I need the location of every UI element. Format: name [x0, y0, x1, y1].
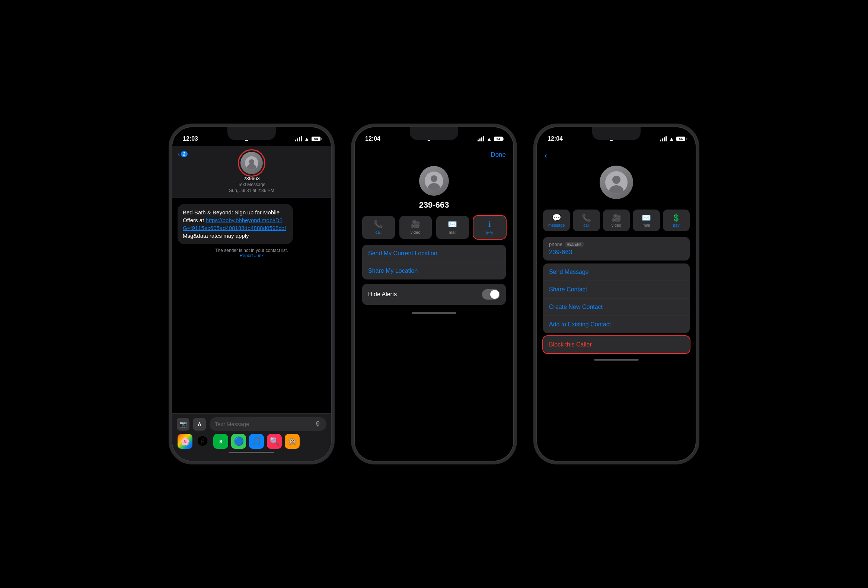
phone-label-row: phone RECENT	[549, 242, 684, 247]
msg-timestamp-1: Sun, Jul 31 at 2:36 PM	[229, 188, 274, 193]
video-button-2[interactable]: 🎥 video	[399, 216, 432, 239]
messages-area: Bed Bath & Beyond: Sign up for Mobile Of…	[172, 198, 331, 413]
recent-badge: RECENT	[565, 242, 584, 247]
time-2: 12:04	[365, 136, 380, 142]
done-button[interactable]: Done	[490, 151, 506, 159]
person-icon-2	[425, 172, 443, 190]
video-icon-3: 🎥	[612, 213, 621, 222]
contact-detail-avatar	[599, 166, 633, 199]
hide-alerts-section: Hide Alerts	[362, 284, 506, 305]
text-input-bar[interactable]: Text Message 🎙	[210, 417, 326, 431]
dock-shazam[interactable]: 🎵	[249, 434, 264, 449]
phone-3: 12:04 ▲ ▲ 54 ‹	[536, 127, 697, 461]
contact-avatar-container[interactable]: 239663	[241, 152, 263, 181]
video-label-2: video	[410, 230, 420, 234]
dock-search[interactable]: 🔍	[267, 434, 282, 449]
person-icon-1	[245, 156, 258, 170]
create-new-contact-btn[interactable]: Create New Contact	[543, 298, 690, 316]
person-icon-3	[605, 171, 627, 193]
call-icon-2: 📞	[374, 220, 383, 228]
dock-appstore[interactable]: 🅐	[195, 434, 210, 449]
location-arrow-3: ▲	[609, 136, 614, 142]
block-caller-btn[interactable]: Block this Caller	[543, 336, 690, 353]
hide-alerts-toggle[interactable]	[482, 289, 500, 299]
location-arrow-2: ▲	[427, 136, 431, 142]
message-btn-3[interactable]: 💬 message	[543, 209, 570, 231]
signal-bars-2	[478, 136, 484, 141]
wifi-icon-2: ▲	[487, 136, 492, 142]
status-icons-2: ▲ 54	[478, 136, 503, 142]
message-bubble: Bed Bath & Beyond: Sign up for Mobile Of…	[177, 204, 293, 244]
phone-1: 12:03 ▲ ▲ 54 ‹ 2	[171, 127, 332, 461]
call-btn-3[interactable]: 📞 call	[573, 209, 599, 231]
phone-section-3: phone RECENT 239-663	[543, 237, 690, 261]
status-bar-2: 12:04 ▲ ▲ 54	[355, 127, 513, 146]
share-contact-btn[interactable]: Share Contact	[543, 281, 690, 298]
home-indicator-2	[412, 312, 456, 314]
message-icon-3: 💬	[552, 213, 561, 222]
dock-row: 🌸 🅐 $ 🔵 🎵 🔍 🙊	[177, 434, 326, 449]
pay-btn-3[interactable]: 💲 pay	[663, 209, 690, 231]
app-row: 📷 A Text Message 🎙	[177, 417, 326, 431]
sheet-avatar	[419, 166, 449, 196]
mail-label-2: mail	[449, 230, 456, 234]
add-existing-contact-btn[interactable]: Add to Existing Contact	[543, 316, 690, 333]
send-message-btn[interactable]: Send Message	[543, 264, 690, 281]
back-arrow-3[interactable]: ‹	[545, 151, 547, 160]
battery-3: 54	[676, 137, 685, 141]
phone-2: 12:04 ▲ ▲ 54 Done	[354, 127, 514, 461]
send-location-btn[interactable]: Send My Current Location	[362, 245, 506, 262]
mail-btn-3[interactable]: ✉️ mail	[633, 209, 660, 231]
call-icon-3: 📞	[582, 213, 591, 222]
hide-alerts-row: Hide Alerts	[362, 284, 506, 305]
contact-header-3: ‹	[537, 146, 696, 160]
location-arrow-1: ▲	[244, 136, 249, 142]
wifi-icon-1: ▲	[304, 136, 309, 142]
status-bar-3: 12:04 ▲ ▲ 54	[537, 127, 696, 146]
status-bar-1: 12:03 ▲ ▲ 54	[172, 127, 331, 146]
wifi-icon-3: ▲	[669, 136, 674, 142]
contact-avatar	[241, 152, 263, 174]
mail-icon-2: ✉️	[448, 220, 457, 228]
message-label-3: message	[548, 223, 565, 227]
appstore-icon[interactable]: A	[193, 418, 206, 430]
time-3: 12:04	[548, 136, 563, 142]
home-indicator-1	[229, 452, 274, 453]
call-button-2[interactable]: 📞 call	[362, 216, 395, 239]
back-badge: 2	[181, 151, 188, 157]
video-label-3: video	[611, 223, 621, 227]
message-text-2: Msg&data rates may apply	[183, 233, 249, 239]
sheet-contact-name: 239-663	[419, 200, 449, 210]
info-label-2: info	[486, 231, 493, 235]
phones-container: 12:03 ▲ ▲ 54 ‹ 2	[157, 112, 711, 476]
signal-bars-3	[660, 136, 667, 141]
share-location-btn[interactable]: Share My Location	[362, 262, 506, 280]
contact-detail-3	[537, 160, 696, 209]
back-button-1[interactable]: ‹ 2	[177, 150, 187, 158]
location-section: Send My Current Location Share My Locati…	[362, 245, 506, 280]
phone-number-3[interactable]: 239-663	[549, 249, 684, 256]
video-btn-3[interactable]: 🎥 video	[603, 209, 630, 231]
report-junk-btn[interactable]: Report Junk	[177, 253, 326, 258]
hide-alerts-label: Hide Alerts	[368, 291, 397, 298]
camera-app-icon[interactable]: 📷	[177, 418, 189, 430]
phone-label: phone	[549, 242, 562, 247]
pay-label-3: pay	[673, 223, 680, 227]
dock-photos[interactable]: 🌸	[177, 434, 192, 449]
info-icon-2: ℹ	[488, 220, 491, 229]
call-label-2: call	[375, 230, 381, 234]
signal-bars-1	[295, 136, 302, 141]
block-section: Block this Caller	[543, 336, 690, 353]
dock-findmy[interactable]: 🔵	[231, 434, 246, 449]
mail-button-2[interactable]: ✉️ mail	[436, 216, 469, 239]
mail-label-3: mail	[642, 223, 650, 227]
action-buttons-2: 📞 call 🎥 video ✉️ mail ℹ info	[355, 216, 513, 239]
input-placeholder: Text Message	[215, 421, 311, 427]
dock-memoji[interactable]: 🙊	[285, 434, 300, 449]
info-button-2[interactable]: ℹ info	[474, 216, 506, 239]
sheet-contact: 239-663	[355, 159, 513, 216]
input-area-1: 📷 A Text Message 🎙 🌸 🅐 $ 🔵 🎵 🔍 🙊	[172, 413, 331, 461]
time-1: 12:03	[183, 136, 198, 142]
dock-cash[interactable]: $	[213, 434, 228, 449]
status-icons-1: ▲ 54	[295, 136, 320, 142]
